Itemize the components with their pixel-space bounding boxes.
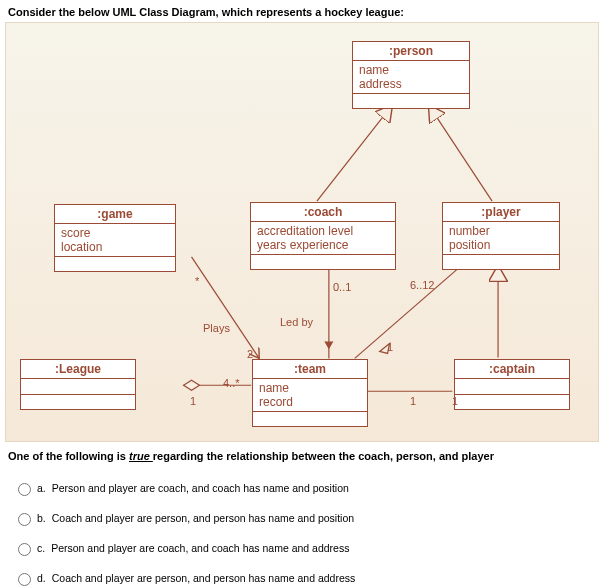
class-game: :game score location: [54, 204, 176, 272]
class-league: :League: [20, 359, 136, 410]
class-league-attrs: [21, 379, 135, 395]
mult-1d: 1: [452, 395, 458, 407]
svg-line-5: [355, 265, 462, 359]
class-game-ops: [55, 257, 175, 271]
class-league-title: :League: [21, 360, 135, 379]
options-group: a. Person and player are coach, and coac…: [0, 470, 604, 587]
class-coach-title: :coach: [251, 203, 395, 222]
class-team-attrs: name record: [253, 379, 367, 412]
class-person-title: :person: [353, 42, 469, 61]
question-suffix: regarding the relationship between the c…: [153, 450, 494, 462]
class-player-ops: [443, 255, 559, 269]
class-player: :player number position: [442, 202, 560, 270]
class-league-ops: [21, 395, 135, 409]
option-a-radio[interactable]: [18, 483, 31, 496]
option-b-radio[interactable]: [18, 513, 31, 526]
mult-4-star: 4..*: [223, 377, 240, 389]
class-game-attrs: score location: [55, 224, 175, 257]
class-team-title: :team: [253, 360, 367, 379]
svg-line-0: [317, 105, 393, 202]
class-game-title: :game: [55, 205, 175, 224]
option-d[interactable]: d. Coach and player are person, and pers…: [18, 564, 586, 587]
label-plays: Plays: [203, 322, 230, 334]
mult-6-12: 6..12: [410, 279, 434, 291]
question-prefix: One of the following is: [8, 450, 129, 462]
option-b[interactable]: b. Coach and player are person, and pers…: [18, 504, 586, 534]
mult-2: 2: [247, 348, 253, 360]
option-c[interactable]: c. Person and player are coach, and coac…: [18, 534, 586, 564]
mult-1a: 1: [387, 341, 393, 353]
option-c-label: c.: [37, 542, 45, 554]
class-coach: :coach accreditation level years experie…: [250, 202, 396, 270]
class-captain: :captain: [454, 359, 570, 410]
class-coach-ops: [251, 255, 395, 269]
mult-star: *: [195, 275, 199, 287]
question-true: true: [129, 450, 153, 462]
option-b-text: Coach and player are person, and person …: [52, 512, 354, 524]
mult-0-1: 0..1: [333, 281, 351, 293]
mult-1b: 1: [190, 395, 196, 407]
option-d-radio[interactable]: [18, 573, 31, 586]
class-person-ops: [353, 94, 469, 108]
prompt-text: Consider the below UML Class Diagram, wh…: [0, 0, 604, 22]
option-d-text: Coach and player are person, and person …: [52, 572, 356, 584]
class-person-attrs: name address: [353, 61, 469, 94]
option-d-label: d.: [37, 572, 46, 584]
class-captain-title: :captain: [455, 360, 569, 379]
label-ledby: Led by: [280, 316, 313, 328]
class-captain-attrs: [455, 379, 569, 395]
option-b-label: b.: [37, 512, 46, 524]
svg-line-3: [192, 257, 260, 359]
option-a[interactable]: a. Person and player are coach, and coac…: [18, 474, 586, 504]
class-team-ops: [253, 412, 367, 426]
class-player-attrs: number position: [443, 222, 559, 255]
class-player-title: :player: [443, 203, 559, 222]
svg-line-1: [428, 105, 492, 202]
option-c-radio[interactable]: [18, 543, 31, 556]
option-a-text: Person and player are coach, and coach h…: [52, 482, 349, 494]
option-c-text: Person and player are coach, and coach h…: [51, 542, 349, 554]
uml-diagram-canvas: :person name address :game score locatio…: [5, 22, 599, 442]
mult-1c: 1: [410, 395, 416, 407]
option-a-label: a.: [37, 482, 46, 494]
class-coach-attrs: accreditation level years experience: [251, 222, 395, 255]
class-person: :person name address: [352, 41, 470, 109]
class-captain-ops: [455, 395, 569, 409]
class-team: :team name record: [252, 359, 368, 427]
question-text: One of the following is true regarding t…: [0, 442, 604, 470]
